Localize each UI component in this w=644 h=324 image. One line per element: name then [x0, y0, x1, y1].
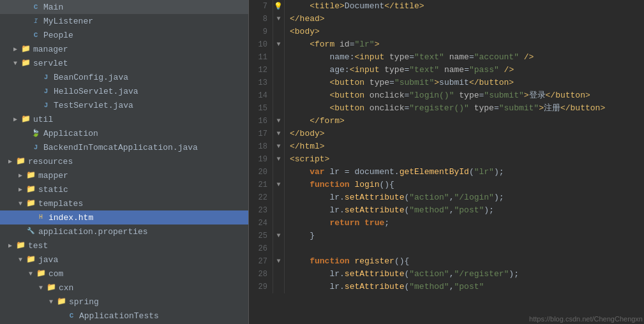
tree-item-mylistener[interactable]: I MyListener — [0, 14, 248, 28]
code-line: 24 return true; — [249, 217, 644, 230]
tree-item-backendintomcat[interactable]: J BackendInTomcatApplication.java — [0, 140, 248, 154]
fold-arrow[interactable]: ▼ — [276, 38, 280, 51]
tree-item-static[interactable]: ▶ 📁 static — [0, 182, 248, 196]
code-line: 26 — [249, 242, 644, 255]
code-line: 18 ▼ </html> — [249, 140, 644, 153]
line-number: 25 — [249, 230, 273, 242]
fold-arrow[interactable]: ▼ — [276, 230, 280, 242]
file-tree: C Main I MyListener C People ▶ 📁 manager… — [0, 0, 249, 324]
line-gutter — [273, 217, 285, 230]
tree-item-mapper[interactable]: ▶ 📁 mapper — [0, 168, 248, 182]
tree-item-testservlet[interactable]: J TestServlet.java — [0, 98, 248, 112]
line-gutter — [273, 191, 285, 204]
code-line: 10 ▼ <form id="lr"> — [249, 38, 644, 51]
line-content: lr.setAttribute("method","post"); — [285, 204, 644, 217]
line-content: name:<input type="text" name="account" /… — [285, 51, 644, 64]
line-number: 15 — [249, 102, 273, 115]
line-number: 29 — [249, 281, 273, 293]
line-number: 9 — [249, 26, 273, 38]
line-gutter — [273, 102, 285, 115]
fold-arrow[interactable]: ▼ — [276, 13, 280, 26]
tree-item-indexhtm[interactable]: H index.htm — [0, 210, 248, 225]
tree-item-application[interactable]: 🍃 Application — [0, 126, 248, 140]
tree-item-main[interactable]: C Main — [0, 0, 248, 14]
line-number: 10 — [249, 38, 273, 51]
fold-arrow[interactable]: ▼ — [276, 128, 280, 140]
line-number: 13 — [249, 77, 273, 89]
code-line: 25 ▼ } — [249, 230, 644, 242]
line-gutter: ▼ — [273, 230, 285, 242]
folder-icon: 📁 — [36, 269, 46, 279]
tree-item-com[interactable]: ▼ 📁 com — [0, 267, 248, 281]
line-gutter: ▼ — [273, 153, 285, 166]
folder-icon: 📁 — [15, 156, 26, 166]
tree-item-apptests[interactable]: C ApplicationTests — [0, 309, 248, 323]
java-class-icon: C — [31, 2, 41, 12]
line-content — [285, 242, 644, 255]
html-file-icon: H — [36, 212, 46, 223]
code-line: 20 var lr = document.getElementById("lr"… — [249, 166, 644, 179]
line-number: 22 — [249, 191, 273, 204]
tree-label: HelloServlet.java — [54, 87, 139, 96]
line-content: <title>Document</title> — [285, 0, 644, 13]
tree-label: application.properties — [38, 227, 148, 237]
line-gutter — [273, 281, 285, 293]
line-number: 23 — [249, 204, 273, 217]
tree-item-servlet[interactable]: ▼ 📁 servlet — [0, 56, 248, 70]
tree-label: Application — [43, 129, 98, 138]
code-line: 15 <button onclick="register()" type="su… — [249, 102, 644, 115]
folder-icon: 📁 — [15, 240, 26, 251]
line-number: 26 — [249, 242, 273, 255]
tree-item-helloservlet[interactable]: J HelloServlet.java — [0, 84, 248, 98]
tree-item-templates[interactable]: ▼ 📁 templates — [0, 196, 248, 210]
code-line: 17 ▼ </body> — [249, 128, 644, 140]
fold-arrow[interactable]: ▼ — [276, 115, 280, 128]
tree-item-spring2[interactable]: ▼ 📁 spring — [0, 295, 248, 309]
fold-arrow[interactable]: ▼ — [276, 153, 280, 166]
code-line: 19 ▼ <script> — [249, 153, 644, 166]
line-number: 20 — [249, 166, 273, 179]
code-line: 16 ▼ </form> — [249, 115, 644, 128]
tree-item-cxn[interactable]: ▼ 📁 cxn — [0, 281, 248, 295]
line-content: return true; — [285, 217, 644, 230]
line-gutter — [273, 26, 285, 38]
tree-item-beanconfig[interactable]: J BeanConfig.java — [0, 70, 248, 84]
fold-arrow[interactable]: ▼ — [276, 179, 280, 191]
line-content: <body> — [285, 26, 644, 38]
tree-label: People — [43, 31, 73, 40]
line-gutter: ▼ — [273, 128, 285, 140]
tree-label: TestServlet.java — [54, 101, 133, 110]
folder-icon: 📁 — [26, 198, 36, 209]
tree-label: com — [49, 269, 63, 279]
line-number: 16 — [249, 115, 273, 128]
line-number: 8 — [249, 13, 273, 26]
line-gutter: ▼ — [273, 255, 285, 268]
folder-icon: 📁 — [46, 283, 56, 293]
line-content: </head> — [285, 13, 644, 26]
tree-item-java2[interactable]: ▼ 📁 java — [0, 253, 248, 267]
tree-item-people[interactable]: C People — [0, 28, 248, 42]
tree-label: BackendInTomcatApplication.java — [43, 143, 198, 152]
line-content: function register(){ — [285, 255, 644, 268]
tree-item-resources[interactable]: ▶ 📁 resources — [0, 154, 248, 168]
tree-label: test — [28, 241, 48, 251]
code-line: 28 lr.setAttribute("action","/register")… — [249, 268, 644, 281]
line-content: <button type="submit">submit</button> — [285, 77, 644, 89]
java-file-icon: J — [31, 142, 41, 152]
code-line: 29 lr.setAttribute("method","post" — [249, 281, 644, 293]
code-line: 7 💡 <title>Document</title> — [249, 0, 644, 13]
tree-label: static — [38, 185, 68, 195]
tree-item-manager[interactable]: ▶ 📁 manager — [0, 42, 248, 56]
tree-label: MyListener — [43, 17, 93, 26]
tree-item-util[interactable]: ▶ 📁 util — [0, 112, 248, 126]
fold-arrow[interactable]: ▼ — [276, 140, 280, 153]
folder-icon: 📁 — [20, 44, 31, 54]
fold-arrow[interactable]: ▼ — [276, 255, 280, 268]
tree-item-test[interactable]: ▶ 📁 test — [0, 239, 248, 253]
tree-label: index.htm — [49, 213, 93, 223]
line-gutter: ▼ — [273, 115, 285, 128]
tree-item-appprops[interactable]: 🔧 application.properties — [0, 225, 248, 239]
code-line: 11 name:<input type="text" name="account… — [249, 51, 644, 64]
line-gutter: ▼ — [273, 179, 285, 191]
java-file-icon: J — [41, 100, 51, 110]
